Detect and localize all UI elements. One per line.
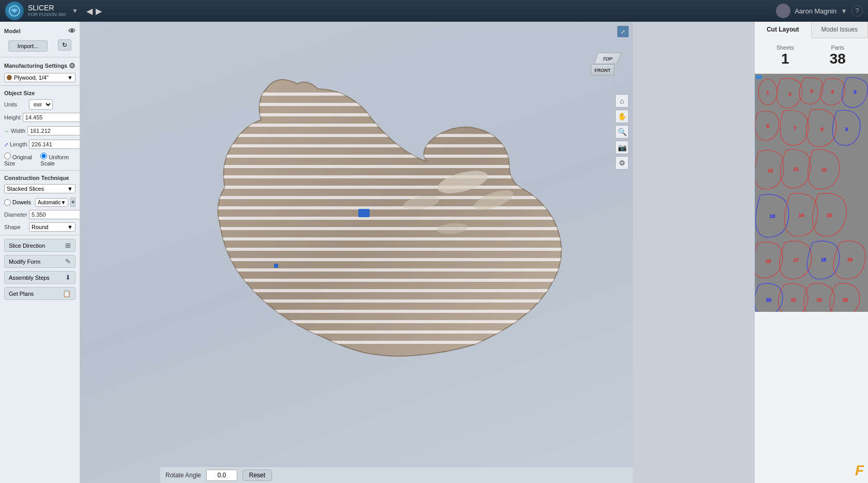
technique-dropdown-row: Stacked Slices ▼ [0, 183, 80, 194]
svg-text:15: 15 [827, 213, 832, 218]
rotate-angle-label: Rotate Angle [165, 472, 201, 479]
tab-cut-layout[interactable]: Cut Layout [755, 22, 812, 38]
material-dropdown-row: Plywood, 1/4" ▼ [0, 72, 80, 83]
app-title: SLICER FOR FUSION 360 [28, 4, 66, 17]
svg-text:19: 19 [847, 257, 852, 262]
technique-dropdown[interactable]: Stacked Slices ▼ [4, 184, 75, 193]
user-area: Aaron Magnin ▼ ? [776, 4, 863, 18]
shape-row: Shape Round ▼ [0, 221, 80, 233]
settings-button[interactable]: ⚙ [615, 156, 629, 170]
height-input[interactable] [23, 113, 80, 122]
nav-back-button[interactable]: ◀ [86, 6, 93, 16]
assembly-steps-button[interactable]: Assembly Steps ⬇ [4, 271, 75, 284]
stats-row: Sheets 1 Parts 38 [755, 38, 868, 74]
uniform-scale-radio[interactable] [40, 153, 47, 159]
scale-options-row: Original Size Uniform Scale [0, 151, 80, 168]
width-label: ↔ Width [4, 128, 25, 134]
shape-dropdown[interactable]: Round ▼ [29, 222, 75, 232]
units-select[interactable]: mm in cm [29, 99, 53, 110]
reset-button[interactable]: Reset [242, 470, 272, 481]
parts-label: Parts [812, 44, 864, 51]
help-button[interactable]: ? [851, 5, 863, 17]
slice-direction-label: Slice Direction [9, 243, 45, 249]
svg-text:5: 5 [854, 89, 856, 95]
camera-button[interactable]: 📷 [615, 141, 629, 154]
dowels-row: Dowels Automatic ▼ + [0, 197, 80, 208]
svg-text:13: 13 [770, 214, 775, 219]
object-size-header: Object Size [0, 88, 80, 98]
construction-technique-label: Construction Technique [4, 175, 69, 181]
settings-icon[interactable]: ⚙ [69, 62, 75, 70]
right-tabs: Cut Layout Model Issues [755, 22, 868, 38]
modify-form-button[interactable]: Modify Form ✎ [4, 255, 75, 268]
width-input[interactable] [27, 126, 80, 135]
svg-text:8: 8 [820, 127, 823, 132]
diameter-input[interactable] [29, 210, 80, 219]
import-button[interactable]: Import... [8, 40, 48, 52]
app-logo [5, 2, 24, 20]
modify-form-label: Modify Form [9, 259, 40, 265]
eye-icon[interactable]: 👁 [68, 27, 75, 35]
manufacturing-settings-label: Manufacturing Settings [4, 63, 67, 69]
pan-button[interactable]: ✋ [615, 110, 629, 123]
get-plans-icon: 📋 [63, 290, 71, 297]
avatar [776, 4, 790, 18]
right-panel: Cut Layout Model Issues Sheets 1 Parts 3… [754, 22, 868, 483]
svg-text:9: 9 [845, 127, 848, 132]
height-label: Height [4, 114, 21, 120]
height-row: Height ▲ ▼ [0, 111, 80, 124]
dowels-radio[interactable] [4, 199, 11, 206]
length-label: ⤢ Length [4, 141, 27, 147]
svg-text:14: 14 [799, 213, 804, 218]
svg-text:16: 16 [766, 259, 771, 264]
material-color-dot [7, 75, 12, 80]
object-size-label: Object Size [4, 90, 35, 96]
viewport-toolbar: ⌂ ✋ 🔍 📷 ⚙ [615, 94, 629, 170]
svg-text:22: 22 [817, 297, 822, 303]
svg-text:1: 1 [766, 90, 769, 95]
technique-dropdown-arrow: ▼ [67, 186, 73, 192]
modify-form-icon: ✎ [65, 258, 71, 265]
dowels-add-button[interactable]: + [70, 198, 75, 207]
svg-text:21: 21 [791, 297, 796, 303]
logo-dropdown-arrow[interactable]: ▼ [72, 7, 78, 14]
shape-label: Shape [4, 224, 27, 230]
model-label: Model [4, 28, 21, 34]
sheets-label: Sheets [759, 44, 812, 51]
home-button[interactable]: ⌂ [615, 94, 629, 108]
zoom-button[interactable]: 🔍 [615, 125, 629, 139]
rotate-angle-input[interactable] [206, 470, 237, 481]
diameter-label: Diameter [4, 212, 27, 218]
length-row: ⤢ Length ▲ ▼ [0, 138, 80, 151]
user-dropdown-arrow[interactable]: ▼ [841, 7, 847, 15]
svg-point-1 [13, 9, 16, 12]
svg-text:10: 10 [768, 168, 773, 173]
slice-direction-button[interactable]: Slice Direction ⊞ [4, 239, 75, 252]
length-icon: ⤢ [4, 142, 8, 147]
refresh-button[interactable]: ↻ [58, 39, 71, 51]
maximize-button[interactable]: ⤢ [617, 26, 629, 37]
dowels-option[interactable]: Dowels [4, 199, 31, 206]
svg-text:2: 2 [788, 92, 791, 97]
get-plans-button[interactable]: Get Plans 📋 [4, 287, 75, 300]
original-size-radio[interactable] [4, 153, 11, 159]
technique-value: Stacked Slices [7, 186, 44, 192]
dowels-dropdown[interactable]: Automatic ▼ [35, 198, 68, 207]
original-size-option[interactable]: Original Size [4, 153, 36, 167]
svg-text:4: 4 [831, 89, 833, 94]
svg-text:7: 7 [794, 126, 796, 131]
svg-rect-28 [274, 264, 278, 268]
uniform-scale-option[interactable]: Uniform Scale [40, 153, 75, 167]
nav-forward-button[interactable]: ▶ [96, 6, 102, 16]
dowels-value: Automatic [38, 200, 60, 205]
svg-text:17: 17 [794, 258, 799, 263]
material-dropdown[interactable]: Plywood, 1/4" ▼ [4, 73, 75, 82]
tab-model-issues[interactable]: Model Issues [812, 22, 869, 38]
cut-layout-preview: 1 2 3 4 5 6 [755, 74, 868, 312]
main-viewport[interactable]: TOP FRONT ⤢ [80, 22, 633, 483]
sheets-block: Sheets 1 [759, 44, 812, 67]
length-input[interactable] [29, 140, 80, 149]
left-panel: Model 👁 Import... ↻ Manufacturing Settin… [0, 22, 80, 483]
svg-rect-59 [755, 74, 756, 312]
nav-arrows: ◀ ▶ [86, 6, 102, 16]
